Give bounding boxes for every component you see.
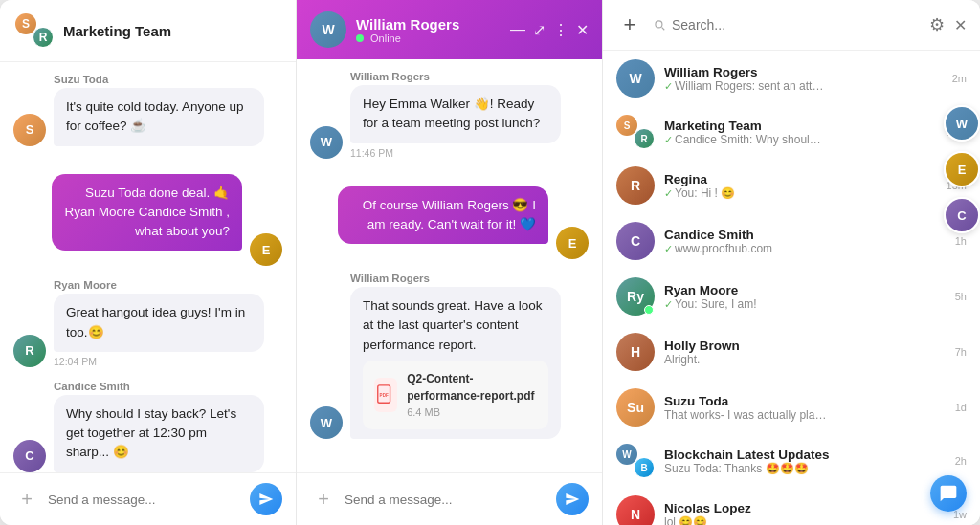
contact-item[interactable]: Su Suzu Toda That works- I was actually …: [603, 380, 980, 435]
expand-button[interactable]: ⤢: [533, 21, 546, 39]
group-avatar: W B: [616, 444, 655, 478]
contact-time: 2h: [955, 455, 967, 467]
contact-info: William Rogers ✓William Rogers: sent an …: [664, 65, 943, 93]
right-panel: + ⚙ ✕ W William Rogers ✓William Rogers: …: [603, 0, 980, 525]
online-dot: [356, 34, 364, 42]
app-container: S R Marketing Team S Suzu Toda It's quit…: [0, 0, 980, 525]
message-row: C Candice Smith Why should I stay back? …: [13, 381, 282, 472]
contact-preview: ✓William Rogers: sent an attachment.: [664, 79, 827, 93]
message-row-own: E Emma Walker Of course William Rogers 😎…: [310, 172, 589, 260]
avatar: H: [616, 333, 655, 371]
settings-button[interactable]: ⚙: [929, 14, 945, 35]
group-avatar-2: R: [33, 27, 54, 48]
left-header: S R Marketing Team: [0, 0, 296, 62]
message-row: R Ryan Moore Great hangout idea guys! I'…: [13, 279, 282, 367]
send-icon: [258, 492, 274, 507]
file-icon: PDF: [374, 378, 397, 412]
contact-info: Regina ✓You: Hi ! 😊: [664, 172, 937, 200]
floating-avatar[interactable]: W: [944, 105, 980, 142]
left-message-input[interactable]: [48, 492, 242, 507]
search-icon: [653, 18, 666, 32]
search-input[interactable]: [672, 17, 920, 33]
contact-avatar-wrap: N: [616, 495, 655, 525]
chat-fab-button[interactable]: [930, 475, 967, 512]
mid-messages-area: W William Rogers Hey Emma Walker 👋! Read…: [297, 59, 602, 472]
contact-item[interactable]: N Nicolas Lopez lol 😊😊 1w: [603, 487, 980, 525]
contact-info: Marketing Team ✓Candice Smith: Why shoul…: [664, 119, 937, 146]
contact-preview: ✓You: Sure, I am!: [664, 297, 827, 311]
message-content: Suzu Toda It's quite cold today. Anyone …: [54, 74, 264, 146]
minimize-button[interactable]: —: [510, 21, 525, 38]
contact-item[interactable]: Ry Ryan Moore ✓You: Sure, I am! 5h: [603, 269, 980, 324]
mid-header-actions: — ⤢ ⋮ ✕: [510, 21, 589, 39]
contact-avatar-wrap: W: [616, 59, 655, 98]
avatar: R: [616, 166, 655, 205]
avatar: W: [310, 406, 343, 439]
contact-info: Suzu Toda That works- I was actually pla…: [664, 394, 946, 422]
close-panel-button[interactable]: ✕: [954, 16, 967, 34]
mid-header-avatar: W: [310, 11, 346, 48]
message-time: 11:52 PM ✓: [494, 248, 548, 259]
mid-add-attachment-button[interactable]: +: [310, 486, 337, 513]
contact-item[interactable]: C Candice Smith ✓www.proofhub.com 1h: [603, 213, 980, 269]
mid-header: W William Rogers Online — ⤢ ⋮ ✕: [297, 0, 602, 59]
contact-info: Candice Smith ✓www.proofhub.com: [664, 228, 946, 255]
contact-item[interactable]: H Holly Brown Alright. 7h: [603, 324, 980, 380]
avatar: E: [556, 227, 589, 259]
contact-preview: ✓You: Hi ! 😊: [664, 186, 827, 200]
contact-time: 5h: [955, 291, 967, 302]
message-bubble: It's quite cold today. Anyone up for cof…: [54, 88, 264, 146]
contact-time: 7h: [955, 346, 967, 358]
file-attachment[interactable]: PDF Q2-Content-performance-report.pdf 6.…: [363, 361, 548, 430]
contact-info: Nicolas Lopez lol 😊😊: [664, 501, 944, 526]
online-indicator: [644, 305, 654, 315]
contact-avatar-wrap: Ry: [616, 277, 655, 316]
close-button[interactable]: ✕: [576, 21, 589, 39]
message-content: Ryan Moore Great hangout idea guys! I'm …: [54, 279, 264, 367]
avatar: S: [13, 114, 46, 146]
add-attachment-button[interactable]: +: [13, 486, 40, 513]
contact-avatar-wrap: C: [616, 222, 655, 260]
contact-item[interactable]: S R Marketing Team ✓Candice Smith: Why s…: [603, 106, 980, 158]
contact-item[interactable]: W William Rogers ✓William Rogers: sent a…: [603, 51, 980, 106]
floating-avatars: W E C: [944, 105, 980, 233]
new-chat-button[interactable]: +: [616, 11, 643, 38]
contact-item[interactable]: R Regina ✓You: Hi ! 😊 13m: [603, 158, 980, 213]
mid-panel: W William Rogers Online — ⤢ ⋮ ✕ W Willia…: [297, 0, 603, 525]
message-sender-own: Emma Walker: [477, 172, 548, 184]
avatar: Su: [616, 388, 655, 427]
mid-send-button[interactable]: [556, 483, 589, 515]
message-bubble: Hey Emma Walker 👋! Ready for a team meet…: [350, 85, 561, 143]
contact-info: Holly Brown Alright.: [664, 339, 946, 366]
message-content: William Rogers Hey Emma Walker 👋! Ready …: [350, 71, 561, 159]
message-time: 12:04 PM: [54, 356, 264, 367]
contact-preview: ✓www.proofhub.com: [664, 242, 827, 255]
message-sender: Candice Smith: [54, 381, 264, 392]
contact-preview: Alright.: [664, 353, 827, 366]
contact-time: 1d: [955, 402, 967, 413]
left-chat-input-bar: +: [0, 472, 296, 525]
contact-item[interactable]: W B Blockchain Latest Updates Suzu Toda:…: [603, 435, 980, 487]
file-size: 6.4 MB: [407, 405, 537, 421]
mid-message-input[interactable]: [345, 492, 548, 507]
message-content: William Rogers That sounds great. Have a…: [350, 273, 561, 439]
group-avatar-2: R: [634, 128, 655, 149]
more-options-button[interactable]: ⋮: [553, 21, 568, 39]
avatar: Ry: [616, 277, 655, 316]
avatar: W: [310, 126, 343, 159]
message-time: 11:52 PM ✓: [188, 254, 242, 266]
contact-time: 2m: [952, 73, 967, 84]
contact-name: William Rogers: [664, 65, 943, 79]
floating-avatar[interactable]: C: [944, 197, 980, 233]
group-avatar-2: B: [634, 457, 655, 478]
message-row-own: E Emma Walker Suzu Toda done deal. 🤙Ryan…: [13, 160, 282, 267]
message-bubble: Why should I stay back? Let's get togeth…: [54, 395, 264, 472]
message-row: S Suzu Toda It's quite cold today. Anyon…: [13, 74, 282, 146]
mid-chat-input-bar: +: [297, 472, 602, 525]
avatar: E: [250, 233, 282, 266]
left-send-button[interactable]: [250, 483, 282, 515]
floating-avatar[interactable]: E: [944, 151, 980, 187]
contact-preview: That works- I was actually planning to g…: [664, 408, 827, 422]
mid-header-name: William Rogers: [356, 16, 501, 33]
contact-name: Blockchain Latest Updates: [664, 448, 946, 462]
